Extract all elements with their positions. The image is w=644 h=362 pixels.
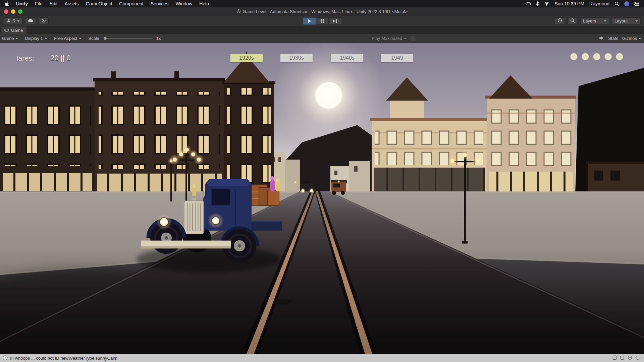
play-icon [308, 19, 311, 23]
account-initial: R [12, 18, 15, 23]
window-title: Game Level - Automata Streetcar - Window… [243, 9, 408, 14]
screen: Unity File Edit Assets GameObject Compon… [0, 0, 644, 362]
sun [315, 82, 342, 109]
decade-button-1920s[interactable]: 1920s [230, 54, 263, 62]
play-maximized-label: Play Maximized [372, 36, 402, 41]
gizmos-dropdown[interactable]: Gizmos [622, 34, 641, 43]
person-icon [7, 18, 11, 23]
menu-gameobject[interactable]: GameObject [86, 1, 112, 6]
menu-window[interactable]: Window [175, 1, 192, 6]
menubar-user[interactable]: Raymond [589, 1, 609, 6]
progress-spinner-icon[interactable] [635, 355, 640, 361]
menubar-extra-icon[interactable] [526, 1, 531, 6]
tab-game-label: Game [11, 28, 23, 33]
decade-button-1949[interactable]: 1949 [381, 54, 414, 62]
chevron-down-icon [15, 38, 18, 41]
account-button[interactable]: R [4, 17, 22, 25]
aspect-ratio-label: Free Aspect [54, 36, 77, 41]
mute-audio-icon[interactable] [599, 36, 604, 41]
step-button[interactable] [328, 17, 341, 25]
gamepad-icon [4, 28, 9, 33]
control-center-icon[interactable] [634, 1, 639, 6]
cache-server-icon[interactable] [620, 355, 625, 361]
pedestrian [192, 184, 196, 196]
decade-button-1930s[interactable]: 1930s [280, 54, 313, 62]
decade-button-1940s[interactable]: 1940s [331, 54, 364, 62]
pause-icon [321, 19, 324, 23]
unity-toolbar: R [0, 16, 644, 26]
bottom-vignette [0, 248, 644, 354]
unity-logo-icon [236, 9, 241, 14]
console-log-icon[interactable] [612, 355, 617, 361]
zoom-window-button[interactable] [18, 9, 22, 14]
chevron-down-icon [404, 38, 407, 41]
chevron-down-icon [635, 20, 638, 23]
menu-file[interactable]: File [35, 1, 43, 6]
play-button[interactable] [303, 17, 316, 25]
undo-history-button[interactable] [555, 17, 565, 25]
chevron-down-icon [639, 38, 641, 41]
apple-icon[interactable] [5, 1, 9, 6]
passenger-figure [270, 180, 275, 192]
layers-label: Layers [583, 18, 596, 23]
window-titlebar: Game Level - Automata Streetcar - Window… [0, 7, 644, 16]
menu-help[interactable]: Help [199, 1, 209, 6]
chevron-down-icon [604, 20, 606, 23]
menu-edit[interactable]: Edit [50, 1, 58, 6]
chevron-down-icon [79, 38, 82, 41]
gizmos-label: Gizmos [622, 36, 637, 41]
menu-assets[interactable]: Assets [65, 1, 79, 6]
display-target-label: Game [2, 36, 14, 41]
scale-label: Scale [88, 36, 99, 41]
menu-unity[interactable]: Unity [16, 1, 28, 6]
menu-services[interactable]: Services [151, 1, 169, 6]
minimize-window-button[interactable] [11, 9, 15, 14]
scale-control: Scale 1x [85, 34, 164, 43]
close-window-button[interactable] [4, 9, 8, 14]
display-number-label: Display 1 [25, 36, 43, 41]
console-warning-icon[interactable] [3, 355, 8, 361]
search-button[interactable] [568, 17, 578, 25]
window-controls [4, 9, 22, 14]
history-clock-icon [557, 18, 562, 24]
tab-game[interactable]: Game [1, 26, 26, 34]
siri-avatar-icon[interactable] [624, 1, 629, 6]
menu-component[interactable]: Component [119, 1, 143, 6]
game-viewport: fares: 20 || 0 1920s 1930s 1940s 1949 [0, 43, 644, 354]
sync-spinner-icon [41, 18, 46, 24]
search-icon [570, 18, 575, 24]
play-maximized-dropdown[interactable]: Play Maximized [372, 34, 407, 43]
chevron-down-icon [17, 20, 20, 23]
display-target-dropdown[interactable]: Game [0, 34, 21, 43]
view-tabbar: Game [0, 26, 644, 34]
truck-window [211, 189, 230, 205]
version-control-button[interactable] [39, 17, 49, 25]
display-number-dropdown[interactable]: Display 1 [21, 34, 50, 43]
wifi-icon[interactable] [544, 1, 549, 6]
spotlight-icon[interactable] [614, 1, 619, 6]
menubar-clock[interactable]: Sun 10:39 PM [554, 1, 584, 6]
pause-button[interactable] [316, 17, 328, 25]
status-bar: !!! whoops ... could not ID newWeatherTy… [0, 354, 644, 362]
passenger-figure [276, 182, 280, 192]
game-view-extra-button[interactable] [410, 36, 416, 41]
chevron-down-icon [45, 38, 47, 41]
cloud-button[interactable] [25, 17, 36, 25]
stats-button[interactable]: Stats [608, 36, 618, 41]
game-scene [0, 43, 644, 354]
cloud-icon [28, 18, 33, 23]
aspect-ratio-dropdown[interactable]: Free Aspect [51, 34, 85, 43]
layout-label: Layout [614, 18, 628, 23]
bluetooth-icon[interactable] [536, 1, 539, 6]
code-optimization-icon[interactable] [628, 355, 632, 361]
scale-value: 1x [156, 36, 161, 41]
macos-menubar: Unity File Edit Assets GameObject Compon… [0, 0, 644, 7]
play-controls [303, 17, 341, 25]
scale-slider[interactable] [103, 38, 153, 39]
step-icon [333, 19, 337, 23]
scale-slider-knob[interactable] [103, 37, 107, 40]
layout-dropdown[interactable]: Layout [612, 17, 641, 25]
game-view-toolbar: Game Display 1 Free Aspect Scale 1x Play… [0, 34, 644, 43]
layers-dropdown[interactable]: Layers [580, 17, 609, 25]
status-message[interactable]: !!! whoops ... could not ID newWeatherTy… [10, 356, 117, 361]
